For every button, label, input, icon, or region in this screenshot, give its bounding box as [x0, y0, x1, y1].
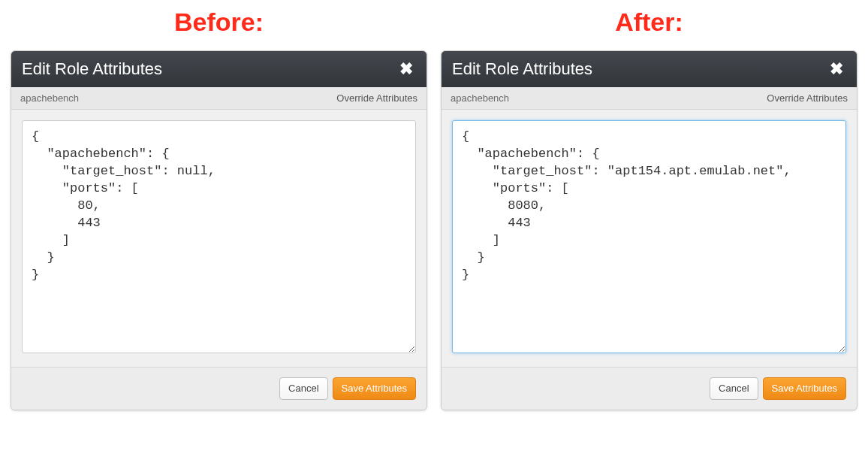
comparison-container: Before: Edit Role Attributes ✖ apacheben…: [8, 8, 860, 410]
before-heading: Before:: [174, 8, 264, 37]
modal-before: Edit Role Attributes ✖ apachebench Overr…: [11, 50, 427, 410]
close-icon[interactable]: ✖: [827, 61, 846, 77]
save-attributes-button[interactable]: Save Attributes: [333, 377, 416, 400]
breadcrumb-bar: apachebench Override Attributes: [442, 87, 857, 110]
modal-footer: Cancel Save Attributes: [442, 367, 857, 410]
attributes-json-textarea[interactable]: [22, 120, 416, 353]
attributes-json-textarea[interactable]: [452, 120, 846, 353]
modal-body: [442, 110, 857, 367]
modal-header: Edit Role Attributes ✖: [11, 51, 426, 87]
modal-footer: Cancel Save Attributes: [11, 367, 426, 410]
breadcrumb-role-name: apachebench: [451, 92, 509, 104]
breadcrumb-role-name: apachebench: [20, 92, 79, 104]
modal-title: Edit Role Attributes: [452, 59, 592, 79]
breadcrumb-section: Override Attributes: [336, 92, 417, 104]
breadcrumb-bar: apachebench Override Attributes: [11, 87, 426, 110]
modal-title: Edit Role Attributes: [22, 59, 162, 79]
save-attributes-button[interactable]: Save Attributes: [763, 377, 846, 400]
close-icon[interactable]: ✖: [396, 61, 416, 77]
modal-after: Edit Role Attributes ✖ apachebench Overr…: [441, 50, 857, 410]
after-column: After: Edit Role Attributes ✖ apachebenc…: [441, 8, 857, 410]
before-column: Before: Edit Role Attributes ✖ apacheben…: [11, 8, 427, 410]
modal-header: Edit Role Attributes ✖: [442, 51, 857, 87]
breadcrumb-section: Override Attributes: [767, 92, 848, 104]
after-heading: After:: [615, 8, 683, 37]
modal-body: [11, 110, 426, 367]
cancel-button[interactable]: Cancel: [279, 377, 327, 400]
cancel-button[interactable]: Cancel: [710, 377, 758, 400]
